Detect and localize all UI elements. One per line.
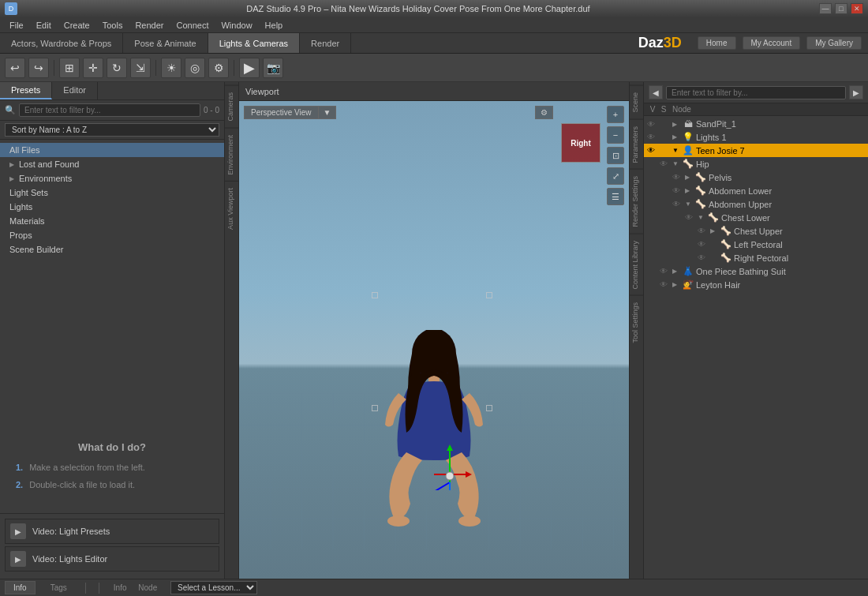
- menu-file[interactable]: File: [3, 21, 30, 30]
- vp-maximize[interactable]: ⤢: [607, 167, 624, 185]
- vp-options[interactable]: ☰: [607, 188, 624, 205]
- my-gallery-button[interactable]: My Gallery: [806, 36, 862, 50]
- tab-actors-wardrobe-props[interactable]: Actors, Wardrobe & Props: [0, 33, 123, 53]
- toolbar-redo[interactable]: ↪: [28, 58, 49, 78]
- sidetab-cameras[interactable]: Cameras: [225, 85, 239, 128]
- tree-item-lightsets[interactable]: Light Sets: [0, 186, 224, 200]
- main-content: Presets Editor 🔍 0 - 0 Sort by Name : A …: [0, 82, 868, 579]
- tree-item-lights[interactable]: Lights: [0, 200, 224, 214]
- scene-item-hip[interactable]: 👁 ▼ 🦴 Hip: [644, 157, 868, 171]
- tree-item-lost[interactable]: ▶ Lost and Found: [0, 157, 224, 171]
- scene-item-chest-lower[interactable]: 👁 ▼ 🦴 Chest Lower: [644, 211, 868, 224]
- menu-window[interactable]: Window: [215, 21, 258, 30]
- toolbar-scale[interactable]: ⇲: [130, 58, 151, 78]
- scene-item-abdomen-upper[interactable]: 👁 ▼ 🦴 Abdomen Upper: [644, 197, 868, 211]
- tab-pose-animate[interactable]: Pose & Animate: [123, 33, 208, 53]
- toolbar-rotate[interactable]: ↻: [107, 58, 127, 78]
- tree-item-scenebuilder[interactable]: Scene Builder: [0, 242, 224, 257]
- tab-lights-cameras[interactable]: Lights & Cameras: [208, 33, 300, 53]
- sort-select[interactable]: Sort by Name : A to Z: [5, 123, 219, 137]
- maximize-button[interactable]: □: [835, 3, 847, 14]
- vp-zoom-in[interactable]: +: [607, 106, 624, 123]
- video-link-presets[interactable]: ▶ Video: Light Presets: [5, 519, 219, 544]
- sidetab-aux-viewport[interactable]: Aux Viewport: [225, 181, 239, 236]
- tree-item-props[interactable]: Props: [0, 228, 224, 242]
- toolbar: ↩ ↪ ⊞ ✛ ↻ ⇲ ☀ ◎ ⚙ ▶ 📷: [0, 54, 868, 82]
- tab-render[interactable]: Render: [300, 33, 351, 53]
- viewport-area[interactable]: Perspective View ▼ Right + − ⊡ ⤢ ☰ ⚙: [239, 101, 629, 579]
- home-button[interactable]: Home: [698, 36, 736, 50]
- vp-frame[interactable]: ⊡: [607, 147, 624, 164]
- video-link-editor[interactable]: ▶ Video: Lights Editor: [5, 546, 219, 572]
- scene-item-leyton-hair[interactable]: 👁 ▶ 💇 Leyton Hair: [644, 278, 868, 291]
- scene-item-label: Pelvis: [709, 173, 731, 182]
- rtab-scene[interactable]: Scene: [630, 85, 644, 119]
- scene-item-label: Teen Josie 7: [696, 146, 745, 156]
- menu-edit[interactable]: Edit: [30, 21, 58, 30]
- scene-item-pelvis[interactable]: 👁 ▶ 🦴 Pelvis: [644, 171, 868, 184]
- scene-item-right-pectoral[interactable]: 👁 🦴 Right Pectoral: [644, 251, 868, 264]
- instruction-2: 2. Double-click a file to load it.: [16, 480, 208, 489]
- close-button[interactable]: ✕: [851, 3, 863, 14]
- subtab-editor[interactable]: Editor: [52, 82, 98, 99]
- eye-icon: 👁: [647, 120, 658, 129]
- scene-item-lights[interactable]: 👁 ▶ 💡 Lights 1: [644, 130, 868, 144]
- app-icon: D: [5, 2, 17, 15]
- center-panel: Viewport Perspective View ▼ Rig: [239, 82, 629, 579]
- bb-tab-info-right[interactable]: Info: [109, 583, 132, 592]
- rtab-render-settings[interactable]: Render Settings: [630, 169, 644, 234]
- sidetab-environment[interactable]: Environment: [225, 128, 239, 182]
- scene-item-teenjosie[interactable]: 👁 ▼ 👤 Teen Josie 7: [644, 144, 868, 157]
- left-subtabs: Presets Editor: [0, 82, 224, 100]
- my-account-button[interactable]: My Account: [743, 36, 801, 50]
- minimize-button[interactable]: —: [819, 3, 832, 14]
- window-controls: — □ ✕: [819, 3, 863, 14]
- right-search-input[interactable]: [666, 86, 846, 99]
- tree-item-materials[interactable]: Materials: [0, 214, 224, 228]
- node-icon: 👗: [682, 266, 694, 276]
- eye-icon: 👁: [672, 186, 683, 195]
- scene-item-abdomen-lower[interactable]: 👁 ▶ 🦴 Abdomen Lower: [644, 184, 868, 197]
- vp-zoom-out[interactable]: −: [607, 126, 624, 144]
- scene-item-left-pectoral[interactable]: 👁 🦴 Left Pectoral: [644, 238, 868, 251]
- rtab-tool-settings[interactable]: Tool Settings: [630, 295, 644, 350]
- menu-tools[interactable]: Tools: [96, 21, 129, 30]
- toolbar-camera[interactable]: ◎: [185, 58, 205, 78]
- lesson-select[interactable]: Select a Lesson...: [170, 581, 257, 594]
- search-nav-next[interactable]: ▶: [849, 85, 863, 99]
- rtab-content-library[interactable]: Content Library: [630, 234, 644, 296]
- camera-cube[interactable]: Right: [561, 123, 600, 163]
- toolbar-scene[interactable]: ⊞: [59, 58, 80, 78]
- filter-input[interactable]: [19, 103, 200, 117]
- scene-item-chest-upper[interactable]: 👁 ▶ 🦴 Chest Upper: [644, 224, 868, 238]
- toolbar-view[interactable]: ⚙: [208, 58, 229, 78]
- toolbar-render-settings[interactable]: 📷: [263, 58, 283, 78]
- rtab-parameters[interactable]: Parameters: [630, 119, 644, 170]
- bb-tab-info[interactable]: Info: [5, 581, 36, 594]
- menu-render[interactable]: Render: [129, 21, 170, 30]
- node-icon: 🦴: [720, 253, 732, 263]
- toolbar-sep2: [155, 60, 156, 76]
- toolbar-light[interactable]: ☀: [161, 58, 181, 78]
- menu-connect[interactable]: Connect: [170, 21, 215, 30]
- subtab-presets[interactable]: Presets: [0, 82, 52, 99]
- toolbar-render[interactable]: ▶: [239, 58, 260, 78]
- node-icon: 🦴: [720, 239, 732, 249]
- view-dropdown-button[interactable]: ▼: [319, 106, 337, 119]
- scene-item-bathing-suit[interactable]: 👁 ▶ 👗 One Piece Bathing Suit: [644, 264, 868, 278]
- bb-tab-node-right[interactable]: Node: [133, 583, 162, 592]
- toolbar-undo[interactable]: ↩: [5, 58, 25, 78]
- scene-tree: 👁 ▶ 🏔 SandPit_1 👁 ▶ 💡 Lights 1 👁 ▼ 👤: [644, 116, 868, 579]
- search-nav-prev[interactable]: ◀: [649, 85, 663, 99]
- toolbar-sep3: [234, 60, 234, 76]
- viewport-settings-button[interactable]: ⚙: [535, 106, 553, 119]
- right-search-bar: ◀ ▶: [644, 82, 868, 103]
- menu-create[interactable]: Create: [58, 21, 96, 30]
- tree-item-environments[interactable]: ▶ Environments: [0, 171, 224, 186]
- scene-item-sandpit[interactable]: 👁 ▶ 🏔 SandPit_1: [644, 118, 868, 130]
- tree-item-allfiles[interactable]: All Files: [0, 143, 224, 157]
- menu-help[interactable]: Help: [259, 21, 290, 30]
- toolbar-select[interactable]: ✛: [83, 58, 103, 78]
- bb-tab-tags[interactable]: Tags: [42, 581, 76, 594]
- viewport-header: Viewport: [239, 82, 629, 101]
